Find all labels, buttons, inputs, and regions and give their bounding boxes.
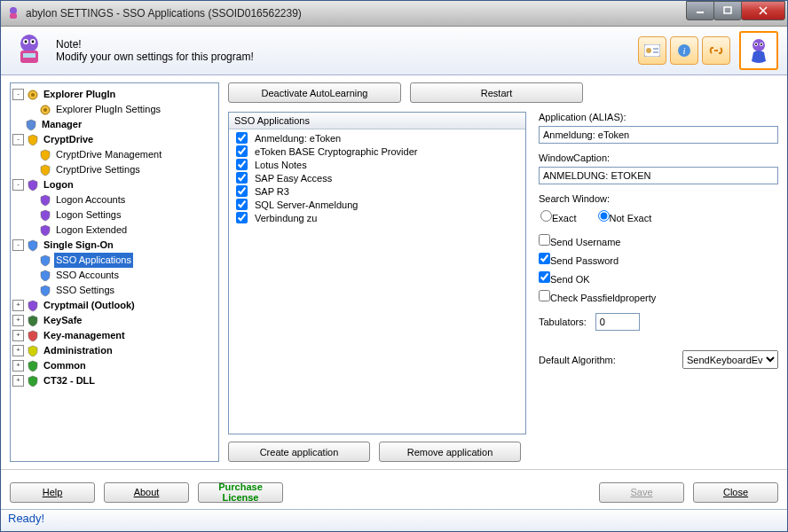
tree-item-explorer-plugin-settings[interactable]: Explorer PlugIn Settings	[27, 102, 217, 117]
tree-item-logon-accounts[interactable]: Logon Accounts	[27, 192, 217, 207]
create-application-button[interactable]: Create application	[228, 442, 370, 462]
shield-icon	[27, 315, 39, 327]
note-label: Note!	[56, 38, 254, 51]
send-password-checkbox[interactable]	[539, 253, 550, 264]
send-ok-row[interactable]: Send OK	[539, 271, 778, 285]
list-item-checkbox[interactable]	[236, 199, 248, 210]
restart-button[interactable]: Restart	[410, 82, 583, 103]
tree-item-sso-settings[interactable]: SSO Settings	[27, 283, 217, 298]
toolbar-id-button[interactable]	[638, 36, 666, 65]
exact-radio-label[interactable]: Exact	[540, 210, 577, 223]
toolbar-link-button[interactable]	[702, 36, 730, 65]
list-item-checkbox[interactable]	[236, 185, 248, 197]
titlebar[interactable]: abylon SETTINGS - SSO Applications (SSOI…	[1, 1, 787, 27]
expander-icon[interactable]: +	[12, 375, 24, 387]
tree-item-administration[interactable]: +Administration	[12, 343, 217, 358]
expander-icon[interactable]: +	[12, 360, 24, 372]
close-window-button[interactable]: Close	[693, 482, 778, 503]
tree-item-logon-settings[interactable]: Logon Settings	[27, 207, 217, 223]
tree-item-key-management[interactable]: +Key-management	[12, 328, 217, 343]
help-button[interactable]: Help	[10, 482, 95, 503]
list-item-label: Lotus Notes	[255, 160, 307, 170]
tree-item-manager[interactable]: Manager	[12, 117, 217, 132]
caption-input[interactable]	[539, 167, 778, 184]
app-window: abylon SETTINGS - SSO Applications (SSOI…	[0, 0, 788, 532]
list-header: SSO Applications	[229, 113, 525, 129]
tabulators-input[interactable]	[595, 313, 640, 331]
tree-item-explorer-plugin[interactable]: -Explorer PlugIn	[12, 87, 217, 102]
not-exact-radio[interactable]	[598, 210, 610, 222]
expander-icon[interactable]: -	[12, 134, 24, 145]
tree-item-sso[interactable]: -Single Sign-On	[12, 238, 217, 253]
maximize-button[interactable]	[713, 1, 742, 20]
list-item[interactable]: SQL Server-Anmeldung	[232, 198, 522, 211]
list-item-checkbox[interactable]	[236, 132, 248, 144]
list-item-checkbox[interactable]	[236, 145, 248, 157]
expander-icon[interactable]: +	[12, 345, 24, 356]
list-item-checkbox[interactable]	[236, 159, 248, 170]
svg-point-22	[755, 43, 757, 45]
tree-item-common[interactable]: +Common	[12, 358, 217, 373]
minimize-button[interactable]	[686, 1, 714, 20]
expander-icon[interactable]: -	[12, 89, 24, 100]
close-button[interactable]	[741, 1, 785, 20]
expander-icon[interactable]: +	[12, 315, 24, 326]
tree-item-ct32[interactable]: +CT32 - DLL	[12, 373, 217, 388]
expander-icon[interactable]: -	[12, 239, 24, 251]
check-passfield-checkbox[interactable]	[539, 290, 550, 301]
deactivate-autolearning-button[interactable]: Deactivate AutoLearning	[228, 82, 401, 103]
shield-icon	[27, 134, 39, 146]
list-item-checkbox[interactable]	[236, 212, 248, 223]
list-item-label: Anmeldung: eToken	[255, 133, 341, 144]
list-item[interactable]: Lotus Notes	[232, 158, 522, 171]
remove-application-button[interactable]: Remove application	[379, 442, 521, 462]
shield-icon	[27, 345, 39, 357]
about-button[interactable]: About	[104, 482, 189, 503]
list-item[interactable]: Anmeldung: eToken	[232, 131, 522, 145]
tree-item-keysafe[interactable]: +KeySafe	[12, 313, 217, 328]
toolbar-info-button[interactable]: i	[670, 36, 698, 65]
send-ok-checkbox[interactable]	[539, 271, 550, 283]
algorithm-select[interactable]: SendKeyboardEv	[682, 350, 778, 369]
list-item[interactable]: SAP R3	[232, 184, 522, 198]
save-button[interactable]: Save	[599, 482, 684, 503]
list-item[interactable]: eToken BASE Cryptographic Provider	[232, 145, 522, 158]
expander-icon	[27, 286, 36, 295]
expander-icon[interactable]: +	[12, 300, 24, 311]
tree-item-sso-accounts[interactable]: SSO Accounts	[27, 268, 217, 283]
send-username-row[interactable]: Send Username	[539, 234, 778, 247]
tree-item-cryptmail[interactable]: +Cryptmail (Outlook)	[12, 298, 217, 313]
sso-applications-list[interactable]: SSO Applications Anmeldung: eTokeneToken…	[228, 112, 526, 434]
send-username-checkbox[interactable]	[539, 234, 550, 246]
list-item-checkbox[interactable]	[236, 172, 248, 184]
not-exact-radio-label[interactable]: Not Exact	[598, 210, 652, 223]
shield-icon	[27, 179, 39, 192]
alias-input[interactable]	[539, 126, 778, 144]
tree-item-logon-extended[interactable]: Logon Extended	[27, 223, 217, 238]
tree-item-cryptdrive[interactable]: -CryptDrive	[12, 132, 217, 147]
caption-label: WindowCaption:	[539, 153, 778, 163]
list-item[interactable]: SAP Easy Access	[232, 171, 522, 184]
exact-radio[interactable]	[540, 210, 552, 222]
expander-icon[interactable]: +	[12, 330, 24, 341]
tree-item-logon[interactable]: -Logon	[12, 177, 217, 192]
check-passfield-row[interactable]: Check Passfieldproperty	[539, 290, 778, 303]
alias-label: Application (ALIAS):	[539, 112, 778, 122]
tree-label: CT32 - DLL	[42, 373, 97, 388]
nav-tree[interactable]: -Explorer PlugInExplorer PlugIn Settings…	[10, 82, 219, 462]
list-item[interactable]: Verbindung zu	[232, 211, 522, 224]
purchase-license-button[interactable]: Purchase License	[198, 482, 283, 503]
svg-point-9	[25, 41, 28, 43]
tree-item-sso-applications[interactable]: SSO Applications	[27, 253, 217, 268]
send-password-row[interactable]: Send Password	[539, 253, 778, 266]
tree-label: KeySafe	[42, 313, 83, 328]
shield-icon	[39, 209, 51, 222]
expander-icon	[12, 120, 22, 129]
tree-item-cryptdrive-settings[interactable]: CryptDrive Settings	[27, 162, 217, 177]
tree-label: Explorer PlugIn Settings	[54, 102, 162, 117]
tree-label: Logon Accounts	[54, 192, 127, 207]
tree-item-cryptdrive-management[interactable]: CryptDrive Management	[27, 147, 217, 162]
expander-icon[interactable]: -	[12, 179, 24, 191]
expander-icon	[27, 270, 36, 280]
tree-label: Logon	[42, 177, 75, 192]
